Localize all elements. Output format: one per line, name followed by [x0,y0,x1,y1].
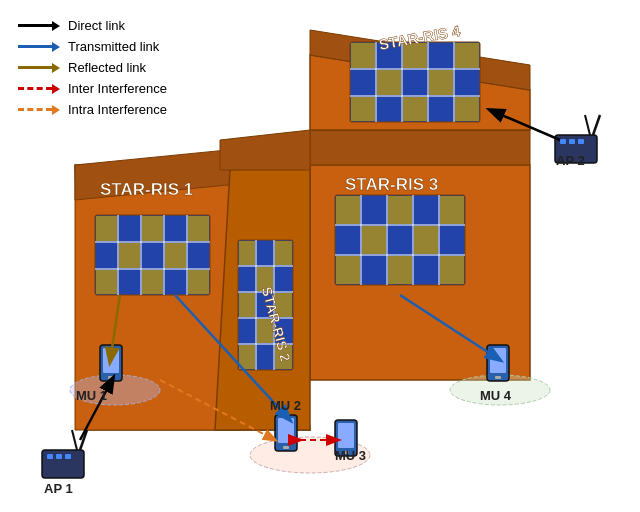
legend-inter-interference: Inter Interference [18,81,167,96]
svg-line-76 [593,115,600,135]
svg-rect-49 [377,70,401,95]
svg-marker-4 [310,130,530,165]
ap2-label: AP 2 [556,153,585,168]
legend-transmitted-link: Transmitted link [18,39,167,54]
svg-rect-33 [440,196,464,224]
star-ris-3-label: STAR-RIS 3 [345,175,438,194]
svg-line-77 [585,115,590,135]
mu1-label: MU 1 [76,388,107,403]
svg-rect-88 [278,418,294,443]
svg-rect-53 [455,97,479,121]
svg-rect-95 [495,376,501,379]
svg-rect-79 [47,454,53,459]
legend-reflected-link: Reflected link [18,60,167,75]
svg-rect-80 [56,454,62,459]
svg-rect-91 [338,423,354,448]
ap1-label: AP 1 [44,481,73,496]
legend-direct-link-label: Direct link [68,18,125,33]
svg-rect-36 [336,256,360,284]
mu4-phone [487,345,509,381]
svg-rect-38 [440,256,464,284]
star-ris-1-label: STAR-RIS 1 [100,180,193,199]
svg-line-83 [72,430,77,450]
svg-rect-34 [362,226,386,254]
svg-rect-19 [119,243,140,268]
svg-rect-32 [388,196,412,224]
svg-rect-16 [96,216,117,241]
mu4-label: MU 4 [480,388,512,403]
svg-rect-61 [239,241,255,265]
legend-intra-interference-label: Intra Interference [68,102,167,117]
mu2-label: MU 2 [270,398,301,413]
svg-rect-31 [336,196,360,224]
svg-rect-20 [165,243,186,268]
svg-rect-89 [283,446,289,449]
svg-rect-37 [388,256,412,284]
svg-rect-23 [188,270,209,294]
legend-inter-interference-label: Inter Interference [68,81,167,96]
svg-rect-75 [578,139,584,144]
svg-rect-50 [429,70,453,95]
svg-rect-48 [455,43,479,68]
legend-transmitted-link-label: Transmitted link [68,39,159,54]
svg-marker-8 [220,130,310,170]
svg-rect-22 [142,270,163,294]
svg-rect-51 [351,97,375,121]
svg-rect-18 [188,216,209,241]
svg-rect-73 [560,139,566,144]
legend-intra-interference: Intra Interference [18,102,167,117]
svg-rect-94 [490,348,506,373]
legend-reflected-link-label: Reflected link [68,60,146,75]
legend-direct-link: Direct link [18,18,167,33]
svg-rect-21 [96,270,117,294]
mu2-phone [275,415,297,451]
svg-rect-35 [414,226,438,254]
svg-rect-74 [569,139,575,144]
svg-rect-64 [239,293,255,317]
svg-rect-46 [351,43,375,68]
svg-rect-81 [65,454,71,459]
mu3-label: MU 3 [335,448,366,463]
legend: Direct link Transmitted link Reflected l… [18,18,167,117]
svg-rect-52 [403,97,427,121]
svg-rect-62 [275,241,292,265]
svg-rect-17 [142,216,163,241]
